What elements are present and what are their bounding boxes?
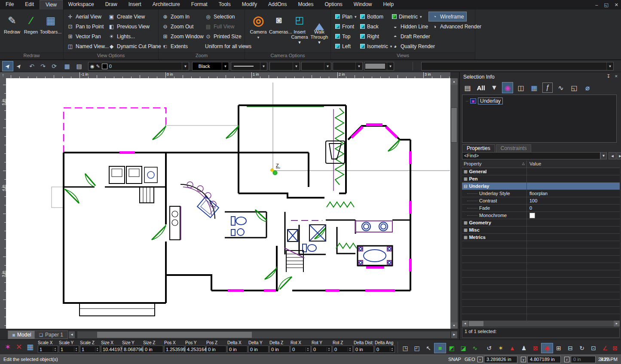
search-icon[interactable]: ⌀	[582, 83, 593, 93]
expand-icon[interactable]: ⊞	[464, 235, 467, 240]
delta-y-input[interactable]: 0 in	[248, 346, 269, 353]
close-icon[interactable]: ✕	[615, 2, 618, 8]
select-all-button[interactable]: All	[476, 83, 486, 93]
bottom-view-button[interactable]: Bottom	[360, 12, 383, 21]
scale-y-input[interactable]: 1▲▼	[59, 346, 79, 353]
property-row-pen[interactable]: ⊞Pen	[462, 175, 620, 183]
highlight-toggle-icon[interactable]: ◉	[502, 83, 513, 93]
back-view-button[interactable]: Back	[360, 22, 379, 31]
menu-options[interactable]: Options	[319, 0, 348, 9]
horizontal-scrollbar[interactable]	[77, 331, 450, 338]
find-previous-icon[interactable]: ◄	[609, 152, 616, 159]
hatch-combo[interactable]: ▼	[333, 62, 363, 70]
color-combo[interactable]: Black ▼	[192, 62, 229, 70]
expand-icon[interactable]: ⊞	[464, 220, 467, 225]
property-row-underlay-style[interactable]: Underlay Style floorplan	[462, 190, 620, 197]
regen-loop-button[interactable]: ⟳	[49, 61, 59, 71]
copy-icon[interactable]: ◫	[516, 83, 526, 93]
expand-icon[interactable]: ⊞	[464, 228, 467, 232]
zoom-out-button[interactable]: ⊖Zoom Out	[162, 22, 193, 31]
vertical-scrollbar[interactable]: ▲ ▼	[450, 78, 458, 329]
node-edit-tool-button[interactable]: ➤	[14, 61, 24, 71]
aerial-view-button[interactable]: ✛Aerial View	[67, 12, 101, 21]
vertical-ruler[interactable]: 5 in 4 in 3 in	[0, 78, 6, 329]
snap-toggle[interactable]: SNAP	[448, 357, 461, 362]
menu-format[interactable]: Format	[186, 0, 213, 9]
magic-wand-icon[interactable]: ✶	[495, 343, 506, 353]
camera-button[interactable]: ◎ Camera▾	[248, 11, 268, 40]
chevron-down-icon[interactable]: ▼	[324, 62, 331, 70]
draft-render-button[interactable]: ◓Draft Render	[392, 32, 430, 41]
y-coordinate-input[interactable]: 4.807189 in	[527, 356, 561, 363]
layer-combo[interactable]: ▼	[421, 62, 614, 70]
tab-scroll-left-icon[interactable]: ◄	[69, 331, 75, 338]
select-tool-button[interactable]: ➤	[3, 61, 13, 71]
tree-item-underlay[interactable]: ┈ ▣ Underlay	[466, 98, 503, 104]
delta-x-input[interactable]: 0 in	[227, 346, 248, 353]
line-style-combo[interactable]: ▼	[231, 62, 267, 70]
table-view-icon[interactable]: ▦	[529, 83, 539, 93]
menu-file[interactable]: File	[0, 0, 19, 9]
pick-cursor-icon[interactable]: ↖	[423, 343, 434, 353]
plan-view-button[interactable]: Plan▾	[335, 12, 357, 21]
delta-ang-input[interactable]: 0▲▼	[375, 346, 395, 353]
property-row-metrics[interactable]: ⊞Metrics	[462, 234, 620, 241]
fill-combo[interactable]: ▼	[364, 62, 394, 70]
formula-icon[interactable]: ƒ	[542, 83, 553, 93]
property-row-monochrome[interactable]: Monochrome	[462, 212, 620, 219]
left-view-button[interactable]: Left	[335, 42, 351, 51]
filter-icon[interactable]: ▼	[489, 83, 499, 93]
scroll-left-icon[interactable]: ◄	[462, 321, 468, 327]
cube-section-icon[interactable]: ◰	[411, 343, 422, 353]
tab-properties[interactable]: Properties	[462, 144, 495, 152]
pen-style-combo[interactable]: ◉ ✎ 0 ▼	[88, 62, 189, 70]
render-selection-icon[interactable]: ◪	[458, 343, 469, 353]
lights-button[interactable]: ☀Lights...	[108, 32, 135, 41]
hidden-line-button[interactable]: ◒Hidden Line	[392, 22, 428, 31]
property-row-underlay[interactable]: ⊟Underlay	[462, 183, 620, 190]
menu-edit[interactable]: Edit	[19, 0, 40, 9]
node-select-icon[interactable]: ◱	[569, 83, 579, 93]
regen-button[interactable]: ∕ Regen	[21, 12, 40, 52]
cameras-button[interactable]: ◙ Cameras...	[269, 11, 289, 34]
spinner-icon[interactable]: ▲▼	[74, 347, 77, 352]
isometric-view-button[interactable]: Isometric▾	[360, 42, 392, 51]
column-value[interactable]: Value	[527, 161, 620, 168]
chevron-down-icon[interactable]: ▼	[293, 62, 300, 70]
center-snap-box-icon[interactable]: ◉	[541, 343, 553, 353]
geo-toggle[interactable]: GEO	[465, 357, 475, 362]
spinner-icon[interactable]: ▲▼	[95, 347, 98, 352]
scroll-right-icon[interactable]: ►	[614, 321, 620, 327]
menu-tools[interactable]: Tools	[213, 0, 236, 9]
pin-icon[interactable]: ↧	[606, 73, 610, 79]
spinner-icon[interactable]: ▲▼	[327, 347, 330, 352]
scale-x-input[interactable]: 1▲▼	[38, 346, 58, 353]
remove-node-box-icon[interactable]: ⊟	[565, 343, 576, 353]
menu-help[interactable]: Help	[378, 0, 400, 9]
named-view-button[interactable]: ◫Named View...	[67, 42, 109, 51]
property-row-geometry[interactable]: ⊞Geometry	[462, 219, 620, 226]
coordinate-table-icon[interactable]: ▦	[25, 343, 35, 352]
zoom-in-button[interactable]: ⊕Zoom In	[162, 12, 190, 21]
selection-info-toggle-button[interactable]: ▦	[62, 61, 72, 71]
spinner-icon[interactable]: ▲▼	[390, 347, 393, 352]
grid-horizontal-scrollbar[interactable]: ◄ ►	[462, 321, 620, 327]
rot-x-input[interactable]: 0▲▼	[291, 346, 311, 353]
size-y-input[interactable]: 8.068796	[122, 346, 142, 353]
ruler-origin-button[interactable]: ↑	[0, 72, 6, 78]
cancel-icon[interactable]: ✕	[14, 343, 24, 352]
full-view-button[interactable]: ▤Full View	[205, 22, 234, 31]
chevron-down-icon[interactable]: ▼	[222, 62, 229, 70]
insert-camera-button[interactable]: ◰ InsertCamera ▾	[290, 11, 309, 45]
rot-y-input[interactable]: 0▲▼	[312, 346, 332, 353]
undo-button[interactable]: ↶	[27, 61, 37, 71]
pos-x-input[interactable]: 1.253599	[164, 346, 184, 353]
scroll-up-icon[interactable]: ▲	[450, 78, 458, 85]
redraw-button[interactable]: ✎ Redraw	[3, 12, 21, 52]
menu-draw[interactable]: Draw	[100, 0, 123, 9]
toolbars-button[interactable]: ▦ Toolbars...	[41, 12, 60, 52]
render-area-icon[interactable]: ■	[434, 343, 446, 353]
horizontal-scroll-thumb[interactable]	[97, 332, 252, 338]
properties-sheet-icon[interactable]: ▤	[462, 83, 473, 93]
redo-button[interactable]: ↷	[38, 61, 48, 71]
